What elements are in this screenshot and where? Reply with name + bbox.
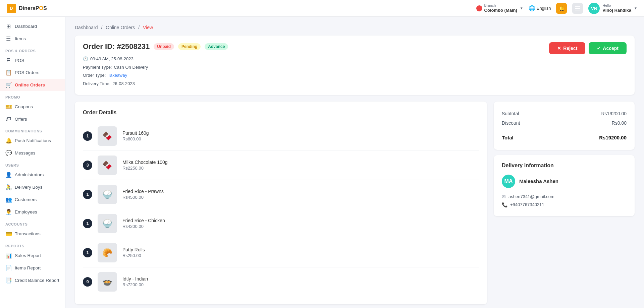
sidebar-label-transactions: Transactions [15,231,41,236]
branch-selector[interactable]: Branch Colombo (Main) ▼ [476,3,523,13]
branch-name: Colombo (Main) [484,8,517,13]
order-details-title: Order Details [83,110,479,116]
item-image: 🍚 [98,185,117,204]
item-image: 🍫 [98,126,117,146]
top-navbar: D DinersPOS Branch Colombo (Main) ▼ 🌐 En… [0,0,644,17]
item-price: Rs7200.00 [122,282,148,287]
language-selector[interactable]: 🌐 English [529,5,551,11]
item-name: Idtly - Indian [122,276,148,282]
logo-text: DinersPOS [19,5,47,11]
sidebar-item-online-orders[interactable]: 🛒 Online Orders [0,79,65,91]
online-orders-icon: 🛒 [5,82,11,88]
delivery-time-value: 26-08-2023 [112,80,135,88]
item-emoji: 🥐 [102,248,112,257]
item-image: 🍫 [98,156,117,175]
breadcrumb-online-orders[interactable]: Online Orders [106,25,135,30]
globe-icon: 🌐 [529,5,535,11]
sidebar-label-pos: POS [15,58,24,63]
branch-chevron-icon: ▼ [520,6,523,10]
hamburger-icon [575,6,580,10]
clock-icon: 🕐 [83,55,88,63]
item-name: Fried Rice - Chicken [122,218,165,223]
sidebar-item-pos-orders[interactable]: 📋 POS Orders [0,66,65,79]
sidebar-item-pos[interactable]: 🖥 POS [0,54,65,66]
sidebar-item-items-report[interactable]: 📄 Items Report [0,262,65,274]
sidebar-label-online-orders: Online Orders [15,82,45,87]
accept-icon: ✓ [597,46,601,51]
item-qty-badge: 3 [83,161,92,170]
transactions-icon: 💳 [5,231,11,237]
item-price: Rs2250.00 [122,166,168,171]
order-item: 1 🍫 Pursuit 160g Rs800.00 [83,122,479,151]
sidebar-label-coupons: Coupons [15,104,33,109]
right-panel: Subtotal Rs19200.00 Discount Rs0.00 Tota… [494,102,635,304]
push-notifications-icon: 🔔 [5,137,11,144]
sidebar-item-messages[interactable]: 💬 Messages [0,147,65,159]
total-label: Total [502,135,514,140]
employees-icon: 👨‍💼 [5,209,11,215]
discount-row: Discount Rs0.00 [502,118,627,128]
sidebar: ⊞ Dashboard☰ ItemsPOS & ORDERS🖥 POS📋 POS… [0,17,65,308]
sidebar-item-employees[interactable]: 👨‍💼 Employees [0,206,65,218]
menu-icon-btn[interactable] [572,3,583,14]
item-emoji: 🍲 [102,277,112,287]
breadcrumb-dashboard[interactable]: Dashboard [75,25,98,30]
breadcrumb-sep2: / [138,25,140,30]
payment-type-value: Cash On Delivery [114,63,148,72]
delivery-card: Delivery Information MA Maleesha Ashen ✉… [494,155,635,216]
sidebar-item-push-notifications[interactable]: 🔔 Push Notifications [0,134,65,147]
sidebar-item-dashboard[interactable]: ⊞ Dashboard [0,20,65,33]
order-header-card: Order ID: #2508231 Unpaid Pending Advanc… [75,36,635,95]
sidebar-item-customers[interactable]: 👥 Customers [0,193,65,206]
item-emoji: 🍫 [102,131,112,141]
order-items-list: 1 🍫 Pursuit 160g Rs800.00 3 🍫 Milka Choc… [83,122,479,296]
subtotal-value: Rs19200.00 [601,111,627,116]
badge-unpaid: Unpaid [154,43,174,50]
item-price: Rs250.00 [122,253,145,258]
notification-icon-btn[interactable]: 🔔 [556,3,567,14]
discount-label: Discount [502,120,520,126]
sidebar-label-dashboard: Dashboard [15,24,37,29]
sidebar-item-offers[interactable]: 🏷 Offers [0,113,65,125]
pos-orders-icon: 📋 [5,69,11,76]
item-emoji: 🍚 [102,190,112,199]
order-type-label: Order Type: [83,71,106,80]
discount-value: Rs0.00 [612,120,627,126]
accept-button[interactable]: ✓ Accept [589,42,627,54]
sidebar-item-transactions[interactable]: 💳 Transactions [0,228,65,240]
user-info[interactable]: VR Hello Vinoj Randika ▼ [588,3,637,14]
sidebar-item-sales-report[interactable]: 📊 Sales Report [0,249,65,262]
coupons-icon: 🎫 [5,104,11,110]
items-report-icon: 📄 [5,265,11,271]
reject-button[interactable]: ✕ Reject [549,42,585,54]
order-title: Order ID: #2508231 [83,42,150,51]
branch-label: Branch [484,3,517,8]
sidebar-item-credit-balance-report[interactable]: 📑 Credit Balance Report [0,274,65,287]
payment-type-label: Payment Type: [83,63,112,72]
logo[interactable]: D DinersPOS [7,4,47,13]
sales-report-icon: 📊 [5,252,11,259]
action-buttons: ✕ Reject ✓ Accept [549,42,627,54]
messages-icon: 💬 [5,150,11,156]
sidebar-label-offers: Offers [15,117,27,122]
sidebar-label-customers: Customers [15,197,37,202]
item-price: Rs4500.00 [122,195,164,200]
item-name: Fried Rice - Prawns [122,189,164,194]
user-chevron-icon: ▼ [634,6,637,10]
breadcrumb-sep1: / [101,25,102,30]
administrators-icon: 👤 [5,172,11,178]
sidebar-section-promo: PROMO [0,91,65,101]
order-type-value[interactable]: Takeaway [108,71,127,80]
sidebar-item-delivery-boys[interactable]: 🚴 Delivery Boys [0,181,65,193]
delivery-name-row: MA Maleesha Ashen [502,175,627,188]
lang-label: English [537,6,551,11]
sidebar-item-administrators[interactable]: 👤 Administrators [0,169,65,181]
delivery-email-row: ✉ ashen7341@gmail.com [502,193,627,201]
item-price: Rs800.00 [122,136,149,141]
sidebar-item-coupons[interactable]: 🎫 Coupons [0,101,65,113]
sidebar-label-push-notifications: Push Notifications [15,138,51,143]
offers-icon: 🏷 [5,116,11,122]
sidebar-item-items[interactable]: ☰ Items [0,33,65,45]
email-icon: ✉ [502,194,506,199]
customers-icon: 👥 [5,196,11,203]
